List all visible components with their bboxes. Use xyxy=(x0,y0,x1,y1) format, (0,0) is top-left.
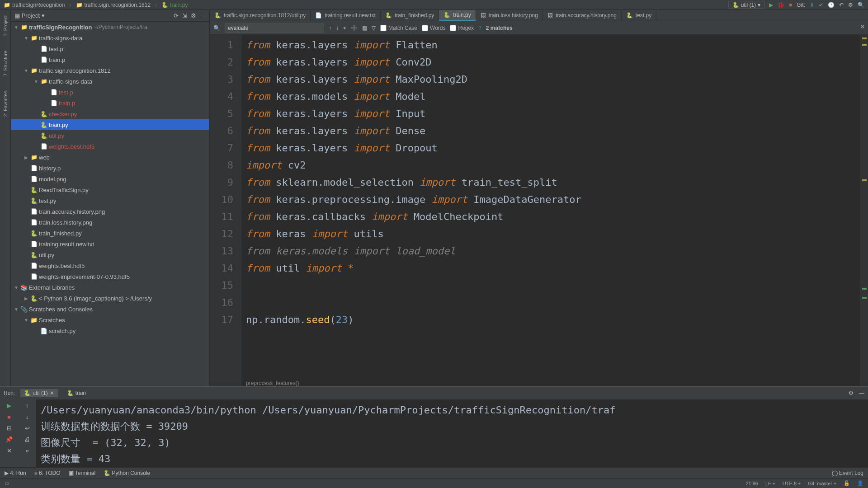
git-update-icon[interactable]: ⬇ xyxy=(810,2,814,8)
project-tool-tab[interactable]: 1: Project xyxy=(3,13,8,39)
tree-node-test-p[interactable]: test.p xyxy=(11,43,209,54)
regex-help-icon[interactable]: ? xyxy=(478,25,481,31)
pin-tab-icon[interactable]: 📌 xyxy=(5,436,13,443)
close-tab-icon[interactable]: ✕ xyxy=(7,447,12,454)
breadcrumb: trafficSignRecognition › traffic.sign.re… xyxy=(4,2,188,8)
terminal-tool-button[interactable]: ▣ Terminal xyxy=(69,470,95,476)
editor-tab-traffic-sign-recognition-1812-util-py[interactable]: 🐍traffic.sign.recognition.1812/util.py xyxy=(210,10,311,20)
search-everywhere-icon[interactable]: 🔍 xyxy=(858,2,864,8)
tree-node-test-p[interactable]: test.p xyxy=(11,87,209,98)
editor-tab-train-loss-history-png[interactable]: 🖼train.loss.history.png xyxy=(476,10,543,20)
debug-button-icon[interactable]: 🐞 xyxy=(778,2,784,8)
words-checkbox[interactable]: Words xyxy=(422,25,445,31)
scroll-up-icon[interactable]: ↑ xyxy=(26,402,29,409)
settings-icon[interactable]: ⚙ xyxy=(191,12,196,19)
tree-node-model-png[interactable]: model.png xyxy=(11,174,209,184)
tree-node-traffic-signs-data[interactable]: ▼traffic-signs-data xyxy=(11,33,209,43)
event-log-button[interactable]: ◯ Event Log xyxy=(832,470,863,476)
git-revert-icon[interactable]: ↶ xyxy=(839,2,844,8)
python-console-tool-button[interactable]: 🐍 Python Console xyxy=(104,470,150,476)
tree-node-weights-improvement-07-0-93-hdf5[interactable]: weights-improvement-07-0.93.hdf5 xyxy=(11,271,209,282)
rerun-icon[interactable]: ▶ xyxy=(7,402,11,409)
favorites-tool-tab[interactable]: 2: Favorites xyxy=(3,88,8,119)
structure-tool-tab[interactable]: 7: Structure xyxy=(3,48,8,79)
run-tool-button[interactable]: ▶ 4: Run xyxy=(5,470,26,476)
run-tool-window: Run: 🐍 util (1) ✕ 🐍 train ⚙ — ▶ ■ ⊟ 📌 ✕ … xyxy=(0,386,868,467)
tree-root[interactable]: ▼trafficSignRecognition ~/PycharmProject… xyxy=(11,22,209,33)
run-config-selector[interactable]: 🐍 util (1) ▾ xyxy=(728,1,764,9)
line-separator[interactable]: LF ÷ xyxy=(765,481,775,486)
project-tree[interactable]: ▼trafficSignRecognition ~/PycharmProject… xyxy=(11,22,209,386)
search-input[interactable] xyxy=(225,23,324,33)
hide-panel-icon[interactable]: — xyxy=(200,12,206,19)
match-case-checkbox[interactable]: Match Case xyxy=(380,25,417,31)
soft-wrap-icon[interactable]: ↩ xyxy=(25,425,30,432)
todo-tool-button[interactable]: ≡ 6: TODO xyxy=(34,470,61,476)
regex-checkbox[interactable]: Regex xyxy=(450,25,474,31)
editor-tab-test-py[interactable]: 🐍test.py xyxy=(622,10,656,20)
editor-tab-training-result-new-txt[interactable]: 📄training.result.new.txt xyxy=(311,10,381,20)
filter-icon[interactable]: ▽ xyxy=(372,25,376,31)
tree-node-web[interactable]: ▶web xyxy=(11,152,209,163)
ide-settings-icon[interactable]: ⚙ xyxy=(848,2,853,8)
breadcrumb-file[interactable]: 🐍 train.py xyxy=(161,2,188,8)
tree-node-checker-py[interactable]: 🐍checker.py xyxy=(11,108,209,119)
close-find-icon[interactable]: ✕ xyxy=(860,23,865,30)
tree-node-train-finished-py[interactable]: 🐍train_finished.py xyxy=(11,228,209,239)
toggle-in-selection-icon[interactable]: ▦ xyxy=(362,25,367,31)
tree-node-train-py[interactable]: 🐍train.py xyxy=(11,119,209,130)
tree-node-extra[interactable]: ▼📁Scratches xyxy=(11,314,209,325)
print-icon[interactable]: 🖨 xyxy=(24,436,30,443)
tree-node-history-p[interactable]: history.p xyxy=(11,163,209,174)
breadcrumb-root[interactable]: trafficSignRecognition xyxy=(4,2,65,8)
run-hide-icon[interactable]: — xyxy=(859,390,864,396)
tree-node-util-py[interactable]: 🐍util.py xyxy=(11,130,209,141)
git-commit-icon[interactable]: ✔ xyxy=(819,2,823,8)
read-only-lock-icon[interactable]: 🔓 xyxy=(844,480,850,486)
inspection-profile-icon[interactable]: 👤 xyxy=(857,480,863,486)
next-match-icon[interactable]: ↓ xyxy=(336,25,339,31)
error-stripe[interactable] xyxy=(860,35,868,386)
tree-node-weights-best-hdf5[interactable]: weights.best.hdf5 xyxy=(11,141,209,152)
refresh-icon[interactable]: ⟳ xyxy=(174,12,179,19)
tree-node-train-loss-history-png[interactable]: train.loss.history.png xyxy=(11,217,209,228)
prev-match-icon[interactable]: ↑ xyxy=(329,25,331,31)
run-tab-util[interactable]: 🐍 util (1) ✕ xyxy=(20,389,57,397)
stop-run-icon[interactable]: ■ xyxy=(7,413,11,420)
tree-node-weights-best-hdf5[interactable]: weights.best.hdf5 xyxy=(11,260,209,271)
git-branch[interactable]: Git: master ÷ xyxy=(808,481,836,486)
tree-node-util-py[interactable]: 🐍util.py xyxy=(11,249,209,260)
add-selection-icon[interactable]: ➕ xyxy=(351,25,358,31)
status-message-icon[interactable]: ▭ xyxy=(5,480,9,486)
git-history-icon[interactable]: 🕐 xyxy=(828,2,835,8)
run-tab-train[interactable]: 🐍 train xyxy=(63,389,90,397)
more-icon[interactable]: » xyxy=(25,447,28,454)
editor-tab-train-py[interactable]: 🐍train.py xyxy=(439,10,476,21)
tree-node-extra[interactable]: ▼📚External Libraries xyxy=(11,282,209,293)
collapse-all-icon[interactable]: ⇲ xyxy=(182,12,187,19)
tree-node-training-result-new-txt[interactable]: training.result.new.txt xyxy=(11,239,209,249)
restore-layout-icon[interactable]: ⊟ xyxy=(7,425,12,432)
stop-button-icon[interactable]: ■ xyxy=(789,2,792,8)
tree-node-readtrafficsign-py[interactable]: 🐍ReadTrafficSign.py xyxy=(11,184,209,195)
tree-node-extra[interactable]: ▼📎Scratches and Consoles xyxy=(11,304,209,314)
editor-tab-train-accuracy-history-png[interactable]: 🖼train.accuracy.history.png xyxy=(543,10,622,20)
run-settings-icon[interactable]: ⚙ xyxy=(849,390,854,396)
select-all-icon[interactable]: ⌖ xyxy=(343,25,346,31)
editor-tab-train-finished-py[interactable]: 🐍train_finished.py xyxy=(381,10,439,20)
tree-node-traffic-signs-data[interactable]: ▼traffic-signs-data xyxy=(11,76,209,87)
tree-node-traffic-sign-recognition-1812[interactable]: ▼traffic.sign.recognition.1812 xyxy=(11,65,209,76)
code-editor[interactable]: from keras.layers import Flattenfrom ker… xyxy=(241,35,868,378)
tree-node-train-accuracy-history-png[interactable]: train.accuracy.history.png xyxy=(11,206,209,217)
tree-node-train-p[interactable]: train.p xyxy=(11,98,209,108)
tree-node-train-p[interactable]: train.p xyxy=(11,54,209,65)
tree-node-extra[interactable]: 📄scratch.py xyxy=(11,325,209,336)
scroll-down-icon[interactable]: ↓ xyxy=(26,413,29,420)
breadcrumb-mid[interactable]: traffic.sign.recognition.1812 xyxy=(76,2,151,8)
editor-tabs: 🐍traffic.sign.recognition.1812/util.py📄t… xyxy=(210,10,868,21)
file-encoding[interactable]: UTF-8 ÷ xyxy=(783,481,801,486)
tree-node-extra[interactable]: ▶🐍< Python 3.6 (image_captioning) > /Use… xyxy=(11,293,209,304)
run-button-icon[interactable]: ▶ xyxy=(769,2,773,8)
tree-node-test-py[interactable]: 🐍test.py xyxy=(11,195,209,206)
run-console[interactable]: /Users/yuanyuan/anaconda3/bin/python /Us… xyxy=(36,399,868,467)
